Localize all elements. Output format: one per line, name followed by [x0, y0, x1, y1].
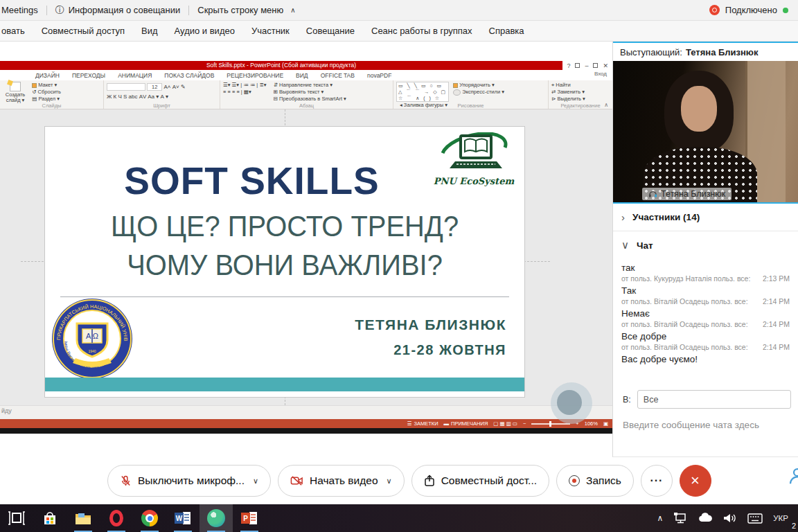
chrome-icon[interactable] — [133, 504, 166, 532]
help-icon[interactable]: ? — [567, 62, 570, 69]
hidden-icons-chevron[interactable]: ∧ — [657, 513, 664, 523]
task-view-button[interactable] — [0, 504, 33, 532]
powerpoint-window-controls: ? – ✕ — [562, 61, 612, 70]
slide-author-block[interactable]: ТЕТЯНА БЛИЗНЮК 21-28 ЖОВТНЯ — [355, 317, 506, 358]
ribbon-group-slides: Создать слайд ▾ Макет ▾ ↺ Сбросить ▤ Раз… — [0, 80, 104, 109]
close-icon[interactable]: ✕ — [603, 62, 608, 69]
minimize-icon[interactable]: – — [585, 62, 588, 69]
file-explorer-icon[interactable] — [66, 504, 100, 532]
hide-menubar-button[interactable]: Скрыть строку меню ∧ — [197, 5, 295, 15]
chevron-right-icon: › — [621, 211, 625, 223]
microsoft-store-icon[interactable] — [33, 504, 66, 532]
restore-icon[interactable] — [593, 63, 598, 68]
select-button[interactable]: ⊳ Выделить ▾ — [551, 96, 585, 102]
quick-styles-button[interactable]: Экспресс-стили ▾ — [453, 89, 504, 95]
find-button[interactable]: ⌖ Найти — [551, 82, 571, 88]
zoom-level[interactable]: 106% — [585, 420, 598, 427]
reset-button[interactable]: ↺ Сбросить — [32, 89, 61, 95]
align-text-button[interactable]: ⊞ Выровнять текст ▾ — [274, 89, 324, 95]
shapes-gallery[interactable]: ▭ ╲ ╲ ▭ ○ ▭ △ ⌒ ⌒ → ◇ ▢ ☆ ⌒ ∧ ( ) ☆ — [396, 82, 449, 102]
clock[interactable]: 2 — [792, 522, 796, 530]
layout-button[interactable]: Макет ▾ — [32, 82, 57, 88]
menu-item[interactable]: Сеанс работы в группах — [371, 26, 472, 36]
powerpoint-titlebar: Soft Skills.pptx - PowerPoint (Сбой акти… — [0, 61, 562, 70]
zoom-out-icon[interactable]: − — [523, 420, 526, 427]
powerpoint-icon[interactable]: P — [233, 504, 266, 532]
arrange-button[interactable]: Упорядочить ▾ — [453, 82, 494, 88]
leave-meeting-button[interactable]: × — [680, 465, 711, 497]
notes-toggle[interactable]: ☰ ЗАМЕТКИ — [407, 420, 438, 427]
more-options-button[interactable]: ··· — [641, 465, 673, 497]
divider — [188, 6, 189, 15]
word-icon[interactable]: W — [166, 504, 200, 532]
ribbon-tab[interactable]: ПЕРЕХОДЫ — [66, 72, 112, 79]
fit-slide-icon[interactable]: ▣ — [603, 420, 608, 427]
slide-editing-area[interactable]: SOFT SKILLS PNU EcoSystem ЩО ЦЕ? ПРОСТО … — [0, 109, 612, 405]
meeting-controls-bar: Выключить микроф... ∨ Начать видео ∨ Сов… — [0, 457, 798, 504]
ribbon-tab[interactable]: РЕЦЕНЗИРОВАНИЕ — [220, 72, 290, 79]
ribbon-tab[interactable]: АНИМАЦИЯ — [112, 72, 158, 79]
participants-toggle-icon[interactable] — [787, 466, 798, 486]
ribbon-tab[interactable]: OFFICE TAB — [314, 72, 361, 79]
menu-item[interactable]: Аудио и видео — [175, 26, 235, 36]
onedrive-cloud-icon[interactable] — [698, 513, 713, 524]
ribbon-tab[interactable]: novaPDF — [361, 72, 398, 79]
smartart-button[interactable]: ⊟ Преобразовать в SmartArt ▾ — [274, 96, 346, 102]
notes-pane[interactable]: йду — [0, 405, 612, 419]
menu-item[interactable]: Справка — [489, 26, 524, 36]
text-direction-button[interactable]: ⇵ Направление текста ▾ — [274, 82, 332, 88]
chat-message: Вас добре чуємо! — [621, 353, 790, 365]
chat-input[interactable]: Введите сообщение чата здесь — [613, 409, 798, 430]
section-button[interactable]: ▤ Раздел ▾ — [32, 96, 60, 102]
record-button[interactable]: Запись — [556, 465, 634, 497]
font-name-combobox[interactable] — [107, 83, 145, 91]
chevron-down-icon[interactable]: ∨ — [387, 477, 392, 486]
font-size-combobox[interactable]: 12 — [147, 83, 162, 91]
new-slide-button[interactable]: Создать слайд ▾ — [3, 82, 28, 103]
replace-button[interactable]: ⇄ Заменить ▾ — [551, 89, 585, 95]
slide-subtitle[interactable]: ЩО ЦЕ? ПРОСТО ТРЕНД? ЧОМУ ВОНИ ВАЖЛИВІ? — [57, 207, 512, 285]
language-indicator[interactable]: УКР — [773, 514, 788, 522]
mute-button[interactable]: Выключить микроф... ∨ — [107, 465, 271, 497]
opera-icon[interactable] — [100, 504, 133, 532]
signin-link[interactable]: Вход — [594, 71, 607, 77]
touch-keyboard-icon[interactable] — [747, 513, 763, 524]
collapse-ribbon-icon[interactable]: ∧ — [604, 102, 608, 108]
ribbon-tab[interactable]: ПОКАЗ СЛАЙДОВ — [158, 72, 220, 79]
menu-item[interactable]: овать — [1, 26, 25, 36]
list-buttons[interactable]: ☰▾ ☰▾ | ≔ ≔ | ≣▾ — [223, 82, 266, 88]
chevron-down-icon[interactable]: ∨ — [253, 477, 258, 486]
align-buttons[interactable]: ≡ ≡ ≡ ≡ | ▦▾ — [223, 89, 251, 95]
menu-item[interactable]: Участник — [251, 26, 290, 36]
new-slide-icon — [10, 82, 21, 91]
menu-item[interactable]: Вид — [141, 26, 158, 36]
chat-message: Все добре от польз. Віталій Осадець поль… — [621, 330, 790, 353]
chat-section-header[interactable]: ∨ Чат — [613, 231, 798, 259]
cursor-highlight-bubble — [551, 382, 592, 424]
menu-item[interactable]: Совещание — [306, 26, 355, 36]
chat-message: так от польз. Кукурудз Наталія польз. вс… — [621, 262, 790, 284]
recipient-select[interactable]: Все — [637, 390, 791, 409]
comments-toggle[interactable]: ▬ ПРИМЕЧАНИЯ — [444, 420, 488, 427]
view-buttons[interactable]: ▢ ▦ ▥ ▭ — [493, 420, 517, 427]
network-icon[interactable] — [673, 512, 687, 524]
zoom-slider[interactable] — [531, 423, 570, 425]
webex-icon[interactable] — [200, 504, 233, 532]
menu-item[interactable]: Совместный доступ — [42, 26, 125, 36]
grow-shrink-font-icons[interactable]: А˄ А˅ ✎ — [163, 84, 185, 90]
active-speaker-header: Выступающий: Тетяна Близнюк — [613, 42, 798, 61]
svg-text:1940: 1940 — [88, 349, 96, 353]
participants-section-header[interactable]: › Участники (14) — [613, 204, 798, 231]
start-video-button[interactable]: Начать видео ∨ — [278, 465, 405, 497]
ribbon-tab[interactable]: ДИЗАЙН — [29, 72, 66, 79]
slide-title[interactable]: SOFT SKILLS — [66, 159, 438, 203]
share-content-button[interactable]: Совместный дост... — [411, 465, 549, 497]
font-style-buttons[interactable]: Ж К Ч S abc АV Aa ▾ А ▾ — [107, 94, 218, 100]
slide[interactable]: SOFT SKILLS PNU EcoSystem ЩО ЦЕ? ПРОСТО … — [45, 127, 524, 397]
ribbon-tab[interactable]: ВИД — [290, 72, 314, 79]
volume-icon[interactable] — [723, 513, 737, 524]
ribbon-options-icon[interactable] — [575, 63, 580, 68]
ribbon-tabs: ДИЗАЙНПЕРЕХОДЫАНИМАЦИЯПОКАЗ СЛАЙДОВРЕЦЕН… — [0, 70, 612, 80]
ribbon: Создать слайд ▾ Макет ▾ ↺ Сбросить ▤ Раз… — [0, 80, 612, 109]
meeting-info-button[interactable]: ⓘ Информация о совещании — [55, 4, 181, 17]
